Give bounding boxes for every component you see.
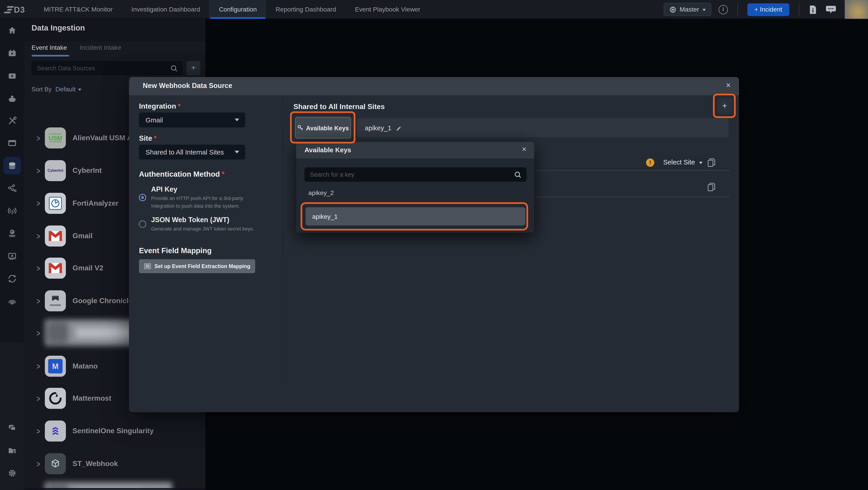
chevron-right-icon[interactable]: > (37, 263, 43, 272)
required-asterisk: * (154, 134, 156, 143)
chevron-right-icon[interactable]: > (37, 133, 43, 142)
fortianalyzer-icon (45, 193, 66, 213)
home-icon[interactable] (7, 26, 17, 35)
integrations-icon[interactable] (7, 94, 17, 104)
d3-logo: D3 (5, 0, 25, 19)
sync-icon[interactable] (7, 274, 17, 284)
data-ingestion-icon[interactable] (7, 161, 17, 171)
search-icon (170, 64, 178, 72)
nav-configuration[interactable]: Configuration (210, 0, 266, 19)
apps-board-icon[interactable] (7, 138, 17, 148)
available-keys-popup: Available Keys × apikey_2 apikey_1 (296, 142, 534, 233)
top-nav-bar: D3 MITRE ATT&CK Monitor Investigation Da… (0, 0, 868, 19)
radio-jwt[interactable] (139, 221, 146, 228)
chevron-down-icon (702, 8, 706, 11)
add-key-button[interactable]: + (717, 98, 732, 114)
key-option-apikey-2[interactable]: apikey_2 (308, 190, 334, 196)
chevron-right-icon[interactable]: > (37, 231, 43, 240)
chevron-right-icon[interactable]: > (37, 394, 43, 403)
chevron-down-icon (78, 88, 81, 91)
sort-by-label: Sort By (32, 86, 52, 92)
user-avatar[interactable] (845, 0, 868, 19)
nav-mitre-attack-monitor[interactable]: MITRE ATT&CK Monitor (34, 0, 122, 19)
site-scope-dropdown[interactable]: Master (663, 3, 711, 16)
chevron-right-icon[interactable]: > (37, 166, 43, 175)
selected-key-field[interactable]: apikey_1 (357, 119, 728, 137)
multi-window-icon[interactable] (7, 423, 17, 433)
new-incident-button[interactable]: + Incident (747, 3, 789, 16)
close-icon[interactable]: × (522, 145, 526, 153)
report-editor-icon[interactable] (7, 251, 17, 261)
key-option-apikey-1[interactable]: apikey_1 (306, 207, 525, 226)
event-calendar-icon[interactable] (7, 48, 17, 58)
web-services-icon[interactable] (7, 228, 17, 238)
modal-header: New Webhook Data Source × (129, 77, 739, 95)
copy-icon[interactable] (708, 158, 716, 167)
site-select[interactable]: Shared to All Internal Sites (139, 145, 245, 160)
info-icon[interactable]: i (718, 5, 728, 14)
utility-commands-icon[interactable] (7, 116, 17, 126)
connections-icon[interactable] (7, 183, 17, 194)
copy-icon[interactable] (708, 182, 716, 192)
api-key-option-desc: Provide an HTTP push API for a 3rd-party… (151, 195, 261, 210)
chevron-down-icon (700, 162, 703, 164)
site-value: Shared to All Internal Sites (146, 148, 224, 156)
popup-header: Available Keys × (296, 142, 534, 158)
popup-title: Available Keys (305, 146, 351, 154)
mattermost-icon (45, 387, 66, 409)
page-title: Data Ingestion (32, 23, 85, 32)
caret-down-icon (235, 151, 239, 153)
source-row-st-webhook[interactable]: > ST_Webhook (24, 447, 206, 480)
caret-down-icon (235, 119, 239, 121)
edit-pencil-icon[interactable] (396, 125, 402, 131)
radio-api-key[interactable] (139, 194, 146, 201)
app-viewport: D3 MITRE ATT&CK Monitor Investigation Da… (0, 0, 868, 490)
api-key-option-label: API Key (151, 185, 178, 193)
source-row-sentinelone[interactable]: > SentinelOne Singularity (24, 414, 206, 447)
nav-reporting-dashboard[interactable]: Reporting Dashboard (266, 0, 346, 19)
site-scope-value: Master (680, 6, 699, 13)
webhook-cube-icon (45, 453, 66, 474)
setup-field-mapping-button[interactable]: Set up Event Field Extraction Mapping (139, 259, 255, 273)
chevron-right-icon[interactable]: > (37, 426, 43, 435)
sidebar-lower-section (0, 342, 24, 490)
jwt-option-label: JSON Web Token (JWT) (151, 216, 229, 224)
broadcast-icon[interactable] (7, 206, 17, 216)
chat-support-icon[interactable] (826, 5, 836, 14)
cyberint-icon: CyberInt (45, 160, 66, 181)
mapping-table-icon (144, 263, 151, 269)
add-data-source-button[interactable]: + (186, 61, 200, 75)
column-divider (282, 95, 283, 385)
playbook-viewer-icon[interactable] (7, 71, 17, 81)
workspace-folder-icon[interactable] (7, 445, 17, 455)
key-search-input[interactable] (305, 171, 514, 178)
close-icon[interactable]: × (726, 80, 731, 90)
search-input[interactable] (32, 65, 170, 71)
settings-gear-icon[interactable] (7, 468, 17, 478)
sort-row: Sort By Default (32, 86, 81, 92)
tab-incident-intake[interactable]: Incident Intake (80, 44, 121, 51)
chevron-right-icon[interactable]: > (37, 459, 43, 468)
chevron-right-icon[interactable]: > (37, 198, 43, 208)
chevron-right-icon[interactable]: > (37, 328, 43, 337)
active-tab-underline (32, 55, 69, 56)
integration-select[interactable]: Gmail (139, 112, 245, 127)
divider (799, 3, 799, 16)
fingerprint-identity-icon[interactable] (7, 296, 17, 306)
auth-method-label: Authentication Method* (139, 170, 224, 178)
available-keys-button[interactable]: Available Keys (295, 117, 351, 139)
gmail-icon (45, 225, 66, 247)
nav-investigation-dashboard[interactable]: Investigation Dashboard (122, 0, 210, 19)
warning-icon: ! (646, 158, 654, 167)
release-notes-icon[interactable] (809, 5, 817, 14)
chevron-right-icon[interactable]: > (37, 361, 43, 371)
select-site-dropdown[interactable]: Select Site (657, 155, 708, 170)
main-nav: MITRE ATT&CK Monitor Investigation Dashb… (34, 0, 430, 19)
site-label: Site* (139, 134, 157, 143)
sort-dropdown[interactable]: Default (55, 86, 81, 92)
tab-event-intake[interactable]: Event Intake (32, 44, 67, 51)
nav-event-playbook-viewer[interactable]: Event Playbook Viewer (346, 0, 430, 19)
shared-sites-heading: Shared to All Internal Sites (293, 103, 385, 111)
chevron-right-icon[interactable]: > (37, 296, 43, 305)
integration-label: Integration* (139, 102, 181, 110)
